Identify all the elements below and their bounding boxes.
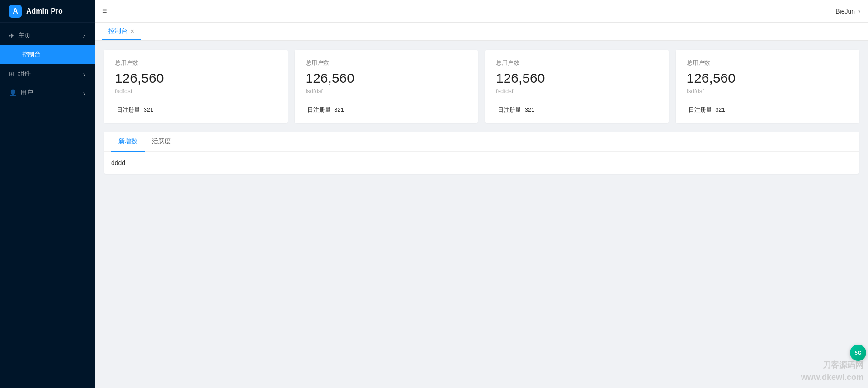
stat-card-3-footer: 日注册量 321	[496, 106, 658, 114]
app-title: Admin Pro	[26, 7, 63, 15]
sidebar-group-main[interactable]: ✈ 主页 ∧	[0, 26, 95, 45]
menu-toggle-icon[interactable]: ≡	[102, 6, 107, 16]
stat-card-1-value: 126,560	[115, 71, 277, 86]
stat-card-4: 总用户数 126,560 fsdfdsf 日注册量 321	[676, 50, 859, 123]
sidebar-group-main-label: 主页	[18, 32, 31, 40]
stat-card-1-footer-label: 日注册量	[117, 106, 140, 113]
chart-tab-active[interactable]: 活跃度	[145, 132, 178, 152]
stat-card-2-sub: fsdfdsf	[306, 88, 467, 95]
user-icon: 👤	[9, 89, 17, 96]
topbar-left: ≡	[102, 6, 107, 16]
main-area: ≡ BieJun ∨ 控制台 ✕ 总用户数 126,560 fsdfdsf 日注…	[95, 0, 868, 388]
tab-bar: 控制台 ✕	[95, 23, 868, 41]
sidebar-menu: ✈ 主页 ∧ 控制台 ⊞ 组件 ∨ 👤 用户 ∨	[0, 23, 95, 388]
tab-dashboard-close[interactable]: ✕	[130, 29, 134, 34]
content-area: 总用户数 126,560 fsdfdsf 日注册量 321 总用户数 126,5…	[95, 41, 868, 388]
stat-card-2-divider	[306, 100, 467, 100]
chart-tab-new[interactable]: 新增数	[111, 132, 145, 152]
sidebar-logo: A Admin Pro	[0, 0, 95, 23]
components-icon: ⊞	[9, 70, 14, 77]
stat-card-2-footer: 日注册量 321	[306, 106, 467, 114]
stat-card-2-label: 总用户数	[306, 59, 467, 67]
sidebar-item-dashboard[interactable]: 控制台	[0, 45, 95, 64]
stat-card-4-footer-label: 日注册量	[689, 106, 712, 113]
chart-tabs: 新增数 活跃度	[104, 132, 859, 152]
home-icon: ✈	[9, 32, 14, 39]
stat-card-2-footer-label: 日注册量	[307, 106, 331, 113]
logo-icon: A	[9, 5, 22, 18]
stat-card-2-footer-value: 321	[334, 106, 344, 113]
stat-card-2-value: 126,560	[306, 71, 467, 86]
sidebar-item-components-label: 组件	[18, 70, 31, 78]
stat-card-4-sub: fsdfdsf	[687, 88, 849, 95]
sidebar-group-users[interactable]: 👤 用户 ∨	[0, 83, 95, 102]
stat-card-4-footer: 日注册量 321	[687, 106, 849, 114]
sidebar-users-arrow: ∨	[83, 90, 86, 95]
chart-section: 新增数 活跃度 dddd	[104, 132, 859, 174]
stat-card-1-label: 总用户数	[115, 59, 277, 67]
sidebar-components-arrow: ∨	[83, 71, 86, 76]
floating-badge[interactable]: 5G	[850, 345, 866, 361]
stat-card-2: 总用户数 126,560 fsdfdsf 日注册量 321	[295, 50, 478, 123]
stat-card-3-sub: fsdfdsf	[496, 88, 658, 95]
stat-card-3-divider	[496, 100, 658, 100]
chart-content: dddd	[104, 152, 859, 174]
tab-dashboard-label: 控制台	[108, 27, 127, 35]
tab-dashboard[interactable]: 控制台 ✕	[102, 23, 141, 40]
sidebar-group-components[interactable]: ⊞ 组件 ∨	[0, 64, 95, 83]
stat-card-1-footer: 日注册量 321	[115, 106, 277, 114]
stat-card-4-footer-value: 321	[715, 106, 725, 113]
stat-card-1-divider	[115, 100, 277, 100]
sidebar: A Admin Pro ✈ 主页 ∧ 控制台 ⊞ 组件 ∨ 👤 用户	[0, 0, 95, 388]
sidebar-item-users-label: 用户	[20, 89, 33, 97]
user-menu[interactable]: BieJun ∨	[835, 8, 861, 15]
stats-row: 总用户数 126,560 fsdfdsf 日注册量 321 总用户数 126,5…	[104, 50, 859, 123]
stat-card-1: 总用户数 126,560 fsdfdsf 日注册量 321	[104, 50, 288, 123]
stat-card-1-footer-value: 321	[144, 106, 154, 113]
topbar: ≡ BieJun ∨	[95, 0, 868, 23]
username-label: BieJun	[835, 8, 855, 15]
stat-card-3: 总用户数 126,560 fsdfdsf 日注册量 321	[485, 50, 669, 123]
stat-card-3-footer-value: 321	[525, 106, 535, 113]
user-menu-arrow: ∨	[858, 9, 861, 14]
stat-card-4-divider	[687, 100, 849, 100]
stat-card-3-label: 总用户数	[496, 59, 658, 67]
sidebar-group-main-arrow: ∧	[83, 33, 86, 38]
stat-card-3-footer-label: 日注册量	[498, 106, 521, 113]
stat-card-4-label: 总用户数	[687, 59, 849, 67]
stat-card-4-value: 126,560	[687, 71, 849, 86]
stat-card-3-value: 126,560	[496, 71, 658, 86]
stat-card-1-sub: fsdfdsf	[115, 88, 277, 95]
